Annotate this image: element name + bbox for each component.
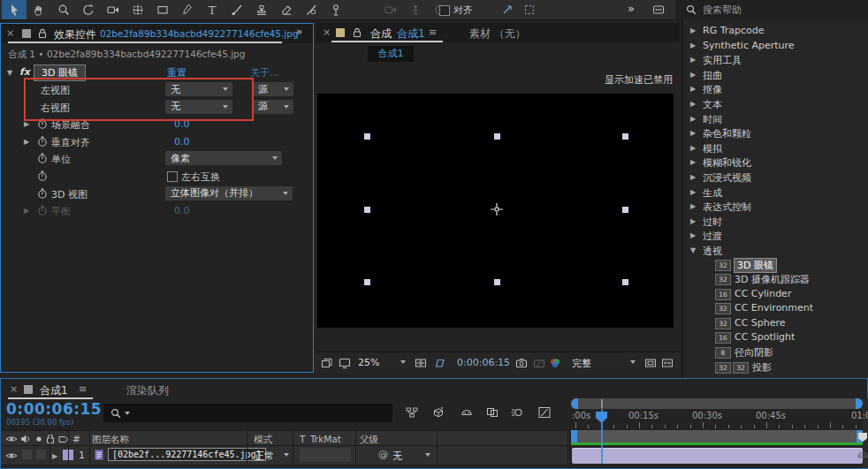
trkmat-column-header[interactable]: TrkMat	[310, 434, 341, 444]
comp-marker-button[interactable]	[857, 431, 868, 443]
frame-blending-icon[interactable]	[486, 406, 499, 419]
param-source-dropdown[interactable]: 源	[253, 100, 293, 114]
primary-viewer-icon[interactable]	[339, 357, 351, 369]
help-search-box[interactable]: 搜索帮助	[675, 0, 868, 19]
roto-brush-tool[interactable]	[299, 0, 324, 19]
effects-category-row[interactable]: ▶杂色和颗粒	[683, 125, 868, 140]
effect-item-row[interactable]: 323D 摄像机跟踪器	[683, 272, 868, 287]
effect-item-row[interactable]: 16CC Spotlight	[683, 330, 868, 345]
layer-name-column-header[interactable]: 图层名称	[92, 434, 129, 446]
grid-guides-icon[interactable]	[415, 357, 427, 369]
effects-category-row[interactable]: ▶沉浸式视频	[683, 170, 868, 185]
parent-pickwhip-icon[interactable]: @	[378, 449, 388, 460]
stopwatch-icon[interactable]	[36, 187, 49, 200]
collapsed-arrow-icon[interactable]: ▶	[690, 217, 696, 225]
panel-menu-icon[interactable]: ≡	[79, 383, 87, 395]
collapsed-arrow-icon[interactable]: ▶	[690, 115, 696, 123]
rotation-tool[interactable]	[76, 0, 101, 19]
param-expander-icon[interactable]: ▶	[24, 138, 29, 146]
effects-category-row[interactable]: ▶抠像	[683, 81, 868, 96]
render-queue-tab[interactable]: 渲染队列	[126, 383, 169, 398]
effect-name[interactable]: 3D 眼镜	[34, 64, 86, 81]
navigator-start-handle[interactable]	[571, 398, 578, 409]
zoom-tool[interactable]	[51, 0, 76, 19]
mask-visibility-icon[interactable]	[433, 357, 445, 369]
playhead-line[interactable]	[601, 409, 603, 464]
layer-handle[interactable]	[364, 279, 370, 285]
layer-name[interactable]: [02be2f...92277146cfe45.jpg]	[108, 448, 266, 461]
collapsed-arrow-icon[interactable]: ▶	[690, 85, 696, 93]
solo-column-icon[interactable]	[33, 433, 45, 445]
collapsed-arrow-icon[interactable]: ▶	[690, 158, 696, 166]
panel-title[interactable]: 效果控件	[54, 27, 96, 42]
panel-title-file[interactable]: 02be2fa89b334bacbd492277146cfe45.jpg	[100, 28, 299, 39]
collapsed-arrow-icon[interactable]: ▶	[690, 188, 696, 196]
t-column-header[interactable]: T	[300, 434, 305, 444]
collapsed-arrow-icon[interactable]: ▶	[690, 231, 696, 239]
effect-item-row[interactable]: 323D 眼镜	[683, 258, 868, 273]
effect-reset-button[interactable]: 重置	[167, 66, 187, 79]
close-icon[interactable]: ×	[10, 383, 18, 395]
layer-lock-cell[interactable]	[36, 450, 46, 459]
lock-icon[interactable]	[36, 27, 49, 40]
param-expander-icon[interactable]: ▶	[24, 207, 29, 215]
parent-dropdown[interactable]: 无	[392, 450, 402, 463]
time-navigator[interactable]	[571, 398, 863, 409]
clone-stamp-tool[interactable]	[249, 0, 274, 19]
layer-handle[interactable]	[494, 279, 500, 285]
layer-handle[interactable]	[622, 279, 628, 285]
panel-title-comp-name[interactable]: 合成1	[397, 26, 425, 42]
close-icon[interactable]: ×	[323, 26, 331, 38]
layer-audio-cell[interactable]	[22, 450, 32, 459]
stopwatch-icon[interactable]	[36, 170, 49, 182]
take-snapshot-icon[interactable]	[515, 357, 528, 369]
effects-category-row[interactable]: ▶RG Trapcode	[683, 23, 868, 38]
toolbar-overflow-button[interactable]: »	[628, 2, 635, 15]
layer-handle[interactable]	[364, 207, 370, 213]
panel-overflow-button[interactable]: »	[296, 26, 302, 38]
region-of-interest-icon[interactable]	[644, 357, 657, 369]
channel-icon[interactable]	[549, 357, 561, 369]
collapsed-arrow-icon[interactable]: ▶	[690, 144, 696, 152]
param-checkbox[interactable]	[167, 171, 178, 182]
current-timecode[interactable]: 0:00:06:15	[6, 400, 102, 418]
effect-item-row[interactable]: 16CC Cylinder	[683, 287, 868, 302]
collapsed-arrow-icon[interactable]: ▶	[690, 71, 696, 79]
effects-category-row[interactable]: ▶模糊和锐化	[683, 155, 868, 170]
effect-item-row[interactable]: 8径向阴影	[683, 345, 868, 360]
pan-behind-tool[interactable]	[126, 0, 150, 19]
footage-tab[interactable]: 素材 （无）	[469, 26, 526, 42]
always-preview-icon[interactable]	[321, 357, 333, 369]
selection-bounds-icon[interactable]	[523, 4, 536, 16]
draft-3d-icon[interactable]	[432, 406, 445, 419]
work-area-start-handle[interactable]	[571, 430, 577, 443]
graph-editor-icon[interactable]	[538, 406, 551, 419]
trkmat-dropdown[interactable]	[300, 448, 351, 462]
brush-tool[interactable]	[225, 0, 249, 19]
stopwatch-icon[interactable]	[36, 152, 49, 164]
index-column-header[interactable]: #	[72, 434, 80, 444]
anchor-point-icon[interactable]	[490, 202, 504, 216]
timeline-tab-comp[interactable]: 合成1	[40, 383, 68, 398]
puppet-pin-tool[interactable]	[324, 0, 348, 19]
composition-viewport[interactable]	[317, 94, 674, 328]
collapsed-arrow-icon[interactable]: ▶	[690, 26, 696, 34]
effects-category-row[interactable]: ▶扭曲	[683, 67, 868, 82]
layer-handle[interactable]	[494, 133, 500, 140]
param-expander-icon[interactable]: ▶	[24, 120, 29, 128]
param-value[interactable]: 0.0	[174, 205, 190, 216]
collapsed-arrow-icon[interactable]: ▶	[690, 100, 696, 108]
layer-expander-icon[interactable]: ▶	[52, 452, 57, 460]
type-tool[interactable]	[200, 0, 225, 19]
effects-category-row[interactable]: ▶模拟	[683, 140, 868, 155]
panel-menu-icon[interactable]: ≡	[429, 26, 437, 38]
collapsed-arrow-icon[interactable]: ▶	[690, 56, 696, 64]
stopwatch-icon[interactable]	[36, 117, 49, 130]
shy-layers-icon[interactable]	[461, 406, 473, 419]
hand-tool[interactable]	[27, 0, 51, 19]
eraser-tool[interactable]	[274, 0, 299, 19]
param-value-dropdown[interactable]: 立体图像对（并排）	[165, 186, 293, 200]
parent-column-header[interactable]: 父级	[360, 434, 378, 446]
layer-handle[interactable]	[364, 133, 370, 140]
effect-item-row[interactable]: 32CC Sphere	[683, 316, 868, 331]
